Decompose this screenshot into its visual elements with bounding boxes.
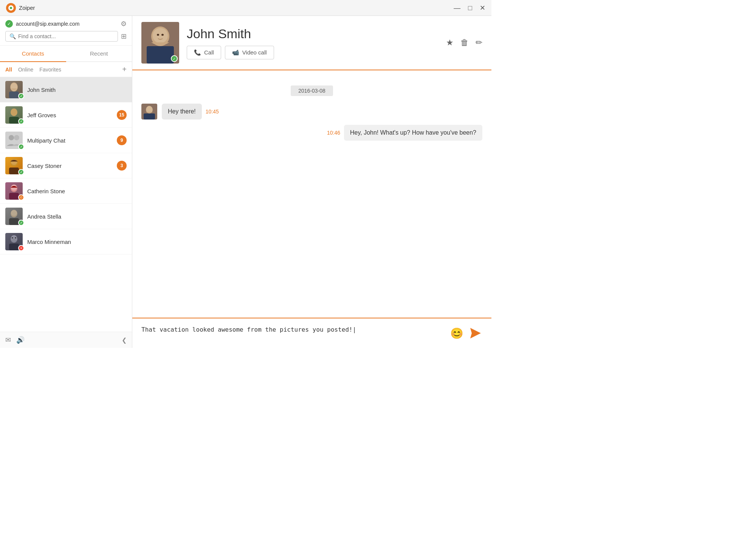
account-row: account@sip.example.com ⚙: [5, 20, 127, 28]
sidebar: account@sip.example.com ⚙ 🔍 ⊞ Contacts R…: [0, 16, 132, 348]
account-status-icon: [5, 20, 13, 28]
status-jeff: [18, 118, 24, 124]
maximize-button[interactable]: □: [468, 5, 472, 11]
svg-point-20: [11, 235, 17, 241]
contact-item-casey-stoner[interactable]: Casey Stoner 3: [0, 153, 132, 178]
svg-rect-23: [12, 240, 16, 240]
svg-rect-5: [9, 117, 19, 124]
messages-area: 2016-03-08 Hey there! 10:45: [132, 70, 491, 318]
app-title: Zoiper: [19, 5, 35, 11]
contact-item-andrea-stella[interactable]: Andrea Stella: [0, 204, 132, 229]
delete-icon[interactable]: 🗑: [460, 38, 469, 48]
date-label: 2016-03-08: [291, 85, 333, 96]
collapse-sidebar-button[interactable]: ❮: [122, 337, 127, 344]
tab-contacts[interactable]: Contacts: [0, 46, 66, 62]
message-input[interactable]: That vacation looked awesome from the pi…: [141, 326, 450, 340]
svg-rect-2: [9, 92, 19, 98]
msg-bubble-outgoing: Hey, John! What's up? How have you've be…: [344, 125, 482, 141]
titlebar: Zoiper — □ ✕: [0, 0, 491, 16]
chat-area: John Smith 📞 Call 📹 Video call ★ 🗑 ✏: [132, 16, 491, 348]
chat-contact-status-icon: [171, 55, 178, 62]
account-left: account@sip.example.com: [5, 20, 79, 28]
filter-favorites[interactable]: Favorites: [39, 67, 61, 73]
account-email: account@sip.example.com: [16, 21, 79, 27]
svg-point-22: [15, 237, 16, 239]
main-layout: account@sip.example.com ⚙ 🔍 ⊞ Contacts R…: [0, 16, 491, 348]
contact-name-marco: Marco Minneman: [27, 239, 127, 245]
message-row-outgoing: 10:46 Hey, John! What's up? How have you…: [141, 125, 482, 141]
input-actions: 😊: [450, 326, 482, 340]
svg-marker-33: [470, 328, 481, 338]
svg-rect-16: [9, 218, 19, 225]
search-icon: 🔍: [9, 33, 16, 39]
contact-item-catherin-stone[interactable]: Catherin Stone: [0, 178, 132, 204]
sidebar-bottom-icons: ✉ 🔊: [5, 336, 25, 344]
svg-rect-32: [144, 113, 155, 120]
avatar-wrap-multiparty: [5, 132, 23, 149]
sidebar-bottom: ✉ 🔊 ❮: [0, 332, 132, 348]
status-marco: [18, 245, 24, 251]
chat-header: John Smith 📞 Call 📹 Video call ★ 🗑 ✏: [132, 16, 491, 70]
svg-point-26: [153, 28, 168, 43]
svg-point-3: [11, 83, 17, 89]
call-button[interactable]: 📞 Call: [187, 46, 221, 59]
star-icon[interactable]: ★: [446, 38, 454, 48]
speaker-icon[interactable]: 🔊: [16, 336, 25, 344]
edit-icon[interactable]: ✏: [476, 38, 482, 48]
msg-time-outgoing: 10:46: [327, 130, 340, 136]
contact-name-andrea: Andrea Stella: [27, 213, 127, 220]
avatar-wrap-jeff: [5, 106, 23, 124]
status-catherin: [18, 194, 24, 200]
contact-item-john-smith[interactable]: John Smith: [0, 77, 132, 102]
status-multiparty: [18, 144, 24, 150]
svg-point-17: [11, 210, 17, 216]
search-box: 🔍: [5, 31, 118, 42]
add-contact-button[interactable]: +: [122, 65, 127, 74]
logo-inner: [8, 5, 14, 11]
contact-item-marco-minneman[interactable]: Marco Minneman: [0, 229, 132, 255]
filter-all[interactable]: All: [5, 67, 12, 73]
chat-header-avatar: [141, 22, 179, 64]
sidebar-header: account@sip.example.com ⚙ 🔍 ⊞: [0, 16, 132, 46]
svg-point-7: [9, 135, 14, 140]
contact-name-john: John Smith: [27, 87, 127, 93]
minimize-button[interactable]: —: [454, 5, 460, 11]
phone-icon: 📞: [194, 49, 201, 56]
msg-avatar-john: [141, 104, 157, 120]
emoji-icon[interactable]: 😊: [450, 327, 463, 340]
svg-rect-19: [9, 244, 19, 250]
avatar-wrap-john: [5, 81, 23, 98]
settings-icon[interactable]: ⚙: [121, 20, 127, 28]
status-john: [18, 93, 24, 99]
svg-rect-27: [147, 46, 174, 64]
avatar-wrap-catherin: [5, 182, 23, 200]
tab-recent[interactable]: Recent: [66, 46, 132, 61]
svg-point-29: [161, 34, 164, 36]
filter-row: All Online Favorites +: [0, 62, 132, 77]
msg-bubble-incoming: Hey there!: [162, 104, 202, 120]
avatar-wrap-andrea: [5, 208, 23, 225]
msg-row-inner: Hey there! 10:45: [162, 104, 219, 120]
email-icon[interactable]: ✉: [5, 336, 11, 344]
contact-item-jeff-groves[interactable]: Jeff Groves 15: [0, 102, 132, 128]
logo-circle: [6, 3, 16, 13]
contact-name-casey: Casey Stoner: [27, 163, 112, 169]
filter-online[interactable]: Online: [18, 67, 33, 73]
chat-header-info: John Smith 📞 Call 📹 Video call: [187, 26, 446, 59]
video-call-button[interactable]: 📹 Video call: [225, 46, 274, 59]
search-input[interactable]: [18, 33, 114, 39]
send-button[interactable]: [469, 326, 482, 340]
contact-name-jeff: Jeff Groves: [27, 112, 112, 118]
titlebar-left: Zoiper: [6, 3, 35, 13]
contact-item-multiparty[interactable]: Multiparty Chat 9: [0, 128, 132, 153]
svg-point-28: [157, 34, 159, 36]
contact-list: John Smith Jeff Groves 15: [0, 77, 132, 332]
app-logo: [6, 3, 16, 13]
chat-header-tools: ★ 🗑 ✏: [446, 38, 482, 48]
close-button[interactable]: ✕: [480, 5, 485, 11]
svg-rect-13: [9, 193, 19, 200]
svg-point-6: [11, 109, 17, 115]
sidebar-tabs: Contacts Recent: [0, 46, 132, 62]
chat-header-actions: 📞 Call 📹 Video call: [187, 46, 446, 59]
grid-icon[interactable]: ⊞: [121, 32, 127, 40]
